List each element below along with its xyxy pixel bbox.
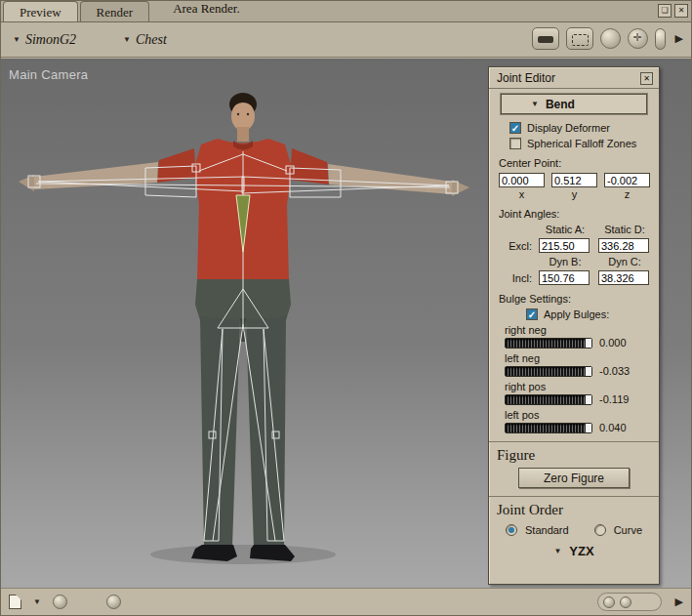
right-pos-value: -0.119 — [599, 393, 640, 405]
tab-render[interactable]: Render — [80, 1, 150, 21]
left-pos-value: 0.040 — [599, 422, 640, 433]
character-render — [1, 59, 489, 588]
spherical-falloff-label: Spherical Falloff Zones — [527, 138, 636, 149]
spherical-falloff-checkbox[interactable] — [509, 138, 521, 149]
right-neg-value: 0.000 — [599, 337, 640, 349]
standard-radio-label: Standard — [525, 524, 569, 536]
center-point-label: Center Point: — [499, 157, 651, 169]
chevron-down-icon: ▼ — [13, 35, 20, 44]
shaded-style-icon[interactable] — [53, 595, 67, 609]
center-point-inputs: x y z — [499, 173, 651, 200]
apply-bulges-label: Apply Bulges: — [544, 308, 609, 320]
bend-dropdown-label: Bend — [546, 98, 575, 111]
actor-dropdown-label: Chest — [136, 32, 167, 48]
joint-order-heading: Joint Order — [489, 496, 659, 518]
actor-dropdown[interactable]: ▼ Chest — [123, 32, 167, 48]
scroll-knob-right[interactable] — [620, 596, 631, 608]
area-render-label: Area Render. — [173, 1, 240, 21]
scroll-knob-left[interactable] — [603, 596, 615, 608]
center-x-input[interactable] — [499, 173, 545, 187]
joint-order-radios: Standard Curve — [497, 524, 651, 536]
scroll-right-icon[interactable]: ▶ — [675, 595, 683, 608]
figure-dropdown-label: SimonG2 — [25, 32, 76, 48]
incl-dyn-b-input[interactable] — [539, 270, 590, 285]
display-deformer-checkbox[interactable]: ✓ — [509, 122, 521, 134]
curve-radio-label: Curve — [614, 524, 642, 536]
left-neg-value: -0.033 — [599, 365, 640, 377]
figure-dropdown[interactable]: ▼ SimonG2 — [13, 32, 76, 48]
rotation-order-dropdown[interactable]: ▼ YZX — [497, 544, 651, 558]
incl-label: Incl: — [501, 272, 532, 284]
chevron-down-icon: ▼ — [531, 100, 539, 108]
tab-render-label: Render — [97, 5, 134, 20]
left-neg-label: left neg — [505, 352, 651, 364]
joint-editor-panel: Joint Editor ✕ ▼ Bend ✓ Display Deformer… — [488, 66, 660, 585]
z-axis-label: z — [625, 188, 631, 200]
render-compare-icon[interactable] — [532, 27, 559, 50]
curve-radio[interactable] — [594, 524, 606, 536]
bulge-settings-label: Bulge Settings: — [499, 293, 651, 305]
camera-tool-icons: ▶ — [532, 27, 683, 50]
chevron-down-icon: ▼ — [553, 547, 561, 555]
bend-dropdown[interactable]: ▼ Bend — [501, 94, 647, 114]
left-neg-slider[interactable] — [505, 366, 592, 377]
right-pos-slider[interactable] — [505, 394, 592, 405]
tab-bar: Preview Render Area Render. ❏ ✕ — [1, 1, 691, 22]
dyn-b-label: Dyn B: — [539, 256, 591, 267]
style-dropdown-icon[interactable]: ▼ — [33, 597, 41, 606]
right-pos-label: right pos — [505, 381, 651, 392]
excl-static-a-input[interactable] — [539, 238, 590, 253]
viewport[interactable]: Main Camera Joint Editor ✕ ▼ Bend ✓ Disp… — [1, 59, 691, 588]
toolbar: ▼ SimonG2 ▼ Chest ▶ — [1, 22, 691, 58]
right-neg-slider[interactable] — [505, 338, 592, 349]
chevron-down-icon: ▼ — [123, 35, 131, 44]
left-pos-slider[interactable] — [505, 423, 592, 433]
camera-label: Main Camera — [9, 67, 88, 82]
joint-editor-close-icon[interactable]: ✕ — [640, 72, 653, 85]
joint-angles-label: Joint Angles: — [499, 208, 651, 220]
texture-style-icon[interactable] — [106, 595, 121, 609]
joint-angles-grid: Static A: Static D: Excl: Dyn B: Dyn C: … — [501, 224, 651, 285]
apply-bulges-checkbox[interactable]: ✓ — [526, 308, 538, 320]
center-z-input[interactable] — [604, 173, 650, 187]
expand-arrow-icon[interactable]: ▶ — [675, 32, 683, 45]
restore-icon[interactable]: ❏ — [658, 4, 672, 18]
right-neg-label: right neg — [505, 324, 651, 336]
tab-preview-label: Preview — [20, 5, 61, 20]
light-indicator-icon[interactable] — [655, 28, 666, 50]
close-icon[interactable]: ✕ — [674, 4, 688, 18]
area-render-icon[interactable] — [566, 27, 593, 50]
excl-label: Excl: — [501, 240, 532, 252]
poser-window: Preview Render Area Render. ❏ ✕ ▼ SimonG… — [0, 0, 692, 616]
standard-radio[interactable] — [506, 524, 517, 536]
dyn-c-label: Dyn C: — [598, 256, 651, 267]
page-flip-icon[interactable] — [9, 595, 21, 609]
tab-preview[interactable]: Preview — [3, 1, 78, 21]
display-deformer-label: Display Deformer — [527, 122, 610, 134]
zero-figure-button[interactable]: Zero Figure — [518, 468, 630, 488]
excl-static-d-input[interactable] — [598, 238, 649, 253]
x-axis-label: x — [519, 188, 525, 200]
rotate-camera-icon[interactable] — [628, 28, 648, 49]
joint-editor-title: Joint Editor — [497, 71, 555, 85]
y-axis-label: y — [572, 188, 578, 200]
horizontal-scrollbar[interactable] — [597, 593, 662, 611]
window-controls: ❏ ✕ — [658, 4, 688, 18]
left-pos-label: left pos — [505, 409, 651, 421]
static-d-label: Static D: — [598, 224, 651, 235]
static-a-label: Static A: — [539, 224, 591, 235]
center-y-input[interactable] — [551, 173, 597, 187]
trackball-camera-icon[interactable] — [600, 28, 621, 49]
rotation-order-label: YZX — [569, 544, 593, 558]
incl-dyn-c-input[interactable] — [598, 270, 649, 285]
figure-section-heading: Figure — [489, 441, 659, 464]
bottom-bar: ▼ ▶ — [1, 588, 691, 615]
